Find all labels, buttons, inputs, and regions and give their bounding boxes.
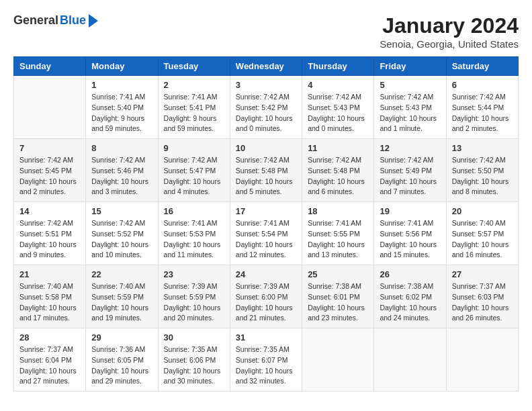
calendar-cell: 11Sunrise: 7:42 AM Sunset: 5:48 PM Dayli…	[302, 139, 374, 202]
page-header: General Blue January 2024 Senoia, Georgi…	[13, 13, 519, 50]
day-info: Sunrise: 7:41 AM Sunset: 5:54 PM Dayligh…	[236, 218, 296, 261]
calendar-cell: 12Sunrise: 7:42 AM Sunset: 5:49 PM Dayli…	[374, 139, 446, 202]
calendar-cell	[446, 328, 518, 392]
day-info: Sunrise: 7:42 AM Sunset: 5:47 PM Dayligh…	[164, 155, 224, 197]
calendar-week-row: 21Sunrise: 7:40 AM Sunset: 5:58 PM Dayli…	[14, 265, 519, 328]
day-number: 28	[19, 332, 80, 342]
day-number: 19	[380, 206, 440, 216]
calendar-cell: 25Sunrise: 7:38 AM Sunset: 6:01 PM Dayli…	[302, 265, 374, 328]
day-number: 21	[19, 269, 80, 279]
calendar-cell: 18Sunrise: 7:41 AM Sunset: 5:55 PM Dayli…	[302, 202, 374, 265]
day-number: 9	[164, 143, 224, 153]
calendar-cell: 7Sunrise: 7:42 AM Sunset: 5:45 PM Daylig…	[14, 139, 86, 202]
day-info: Sunrise: 7:40 AM Sunset: 5:58 PM Dayligh…	[19, 281, 80, 324]
day-info: Sunrise: 7:41 AM Sunset: 5:40 PM Dayligh…	[91, 92, 152, 134]
calendar-header-tuesday: Tuesday	[158, 57, 230, 76]
calendar-cell: 20Sunrise: 7:40 AM Sunset: 5:57 PM Dayli…	[446, 202, 518, 265]
day-number: 14	[19, 206, 80, 216]
day-number: 26	[380, 269, 440, 279]
day-info: Sunrise: 7:42 AM Sunset: 5:50 PM Dayligh…	[452, 155, 513, 197]
calendar-cell: 9Sunrise: 7:42 AM Sunset: 5:47 PM Daylig…	[158, 139, 230, 202]
calendar-cell: 26Sunrise: 7:38 AM Sunset: 6:02 PM Dayli…	[374, 265, 446, 328]
page-title: January 2024	[380, 13, 519, 38]
day-number: 27	[452, 269, 513, 279]
day-info: Sunrise: 7:42 AM Sunset: 5:48 PM Dayligh…	[308, 155, 368, 197]
day-info: Sunrise: 7:35 AM Sunset: 6:07 PM Dayligh…	[236, 345, 296, 387]
calendar-week-row: 14Sunrise: 7:42 AM Sunset: 5:51 PM Dayli…	[14, 202, 519, 265]
day-info: Sunrise: 7:37 AM Sunset: 6:03 PM Dayligh…	[452, 281, 513, 324]
calendar-cell: 1Sunrise: 7:41 AM Sunset: 5:40 PM Daylig…	[86, 76, 158, 139]
day-number: 30	[164, 332, 224, 342]
day-number: 17	[236, 206, 296, 216]
calendar-cell: 4Sunrise: 7:42 AM Sunset: 5:43 PM Daylig…	[302, 76, 374, 139]
calendar-header-saturday: Saturday	[446, 57, 518, 76]
day-info: Sunrise: 7:41 AM Sunset: 5:56 PM Dayligh…	[380, 218, 440, 261]
day-number: 18	[308, 206, 368, 216]
day-info: Sunrise: 7:42 AM Sunset: 5:48 PM Dayligh…	[236, 155, 296, 197]
calendar-cell: 5Sunrise: 7:42 AM Sunset: 5:43 PM Daylig…	[374, 76, 446, 139]
day-number: 11	[308, 143, 368, 153]
day-number: 6	[452, 80, 513, 90]
day-number: 2	[164, 80, 224, 90]
calendar-cell: 22Sunrise: 7:40 AM Sunset: 5:59 PM Dayli…	[86, 265, 158, 328]
day-info: Sunrise: 7:42 AM Sunset: 5:46 PM Dayligh…	[91, 155, 152, 197]
day-number: 10	[236, 143, 296, 153]
calendar-cell: 14Sunrise: 7:42 AM Sunset: 5:51 PM Dayli…	[14, 202, 86, 265]
day-info: Sunrise: 7:39 AM Sunset: 6:00 PM Dayligh…	[236, 281, 296, 324]
calendar-week-row: 1Sunrise: 7:41 AM Sunset: 5:40 PM Daylig…	[14, 76, 519, 139]
day-info: Sunrise: 7:42 AM Sunset: 5:52 PM Dayligh…	[91, 218, 152, 261]
logo: General Blue	[13, 13, 98, 28]
calendar-cell: 27Sunrise: 7:37 AM Sunset: 6:03 PM Dayli…	[446, 265, 518, 328]
calendar-cell: 3Sunrise: 7:42 AM Sunset: 5:42 PM Daylig…	[230, 76, 302, 139]
calendar-cell: 24Sunrise: 7:39 AM Sunset: 6:00 PM Dayli…	[230, 265, 302, 328]
day-number: 23	[164, 269, 224, 279]
day-info: Sunrise: 7:42 AM Sunset: 5:42 PM Dayligh…	[236, 92, 296, 134]
day-number: 1	[91, 80, 152, 90]
day-number: 31	[236, 332, 296, 342]
calendar-week-row: 7Sunrise: 7:42 AM Sunset: 5:45 PM Daylig…	[14, 139, 519, 202]
calendar-header-sunday: Sunday	[14, 57, 86, 76]
day-number: 16	[164, 206, 224, 216]
day-number: 15	[91, 206, 152, 216]
day-info: Sunrise: 7:41 AM Sunset: 5:53 PM Dayligh…	[164, 218, 224, 261]
calendar-header: SundayMondayTuesdayWednesdayThursdayFrid…	[14, 57, 519, 76]
logo-general-text: General	[13, 13, 58, 28]
title-block: January 2024 Senoia, Georgia, United Sta…	[380, 13, 519, 50]
calendar-cell: 8Sunrise: 7:42 AM Sunset: 5:46 PM Daylig…	[86, 139, 158, 202]
calendar-cell	[14, 76, 86, 139]
day-number: 29	[91, 332, 152, 342]
day-number: 3	[236, 80, 296, 90]
calendar-cell: 28Sunrise: 7:37 AM Sunset: 6:04 PM Dayli…	[14, 328, 86, 392]
day-info: Sunrise: 7:41 AM Sunset: 5:55 PM Dayligh…	[308, 218, 368, 261]
day-number: 12	[380, 143, 440, 153]
day-number: 24	[236, 269, 296, 279]
day-info: Sunrise: 7:40 AM Sunset: 5:59 PM Dayligh…	[91, 281, 152, 324]
day-number: 5	[380, 80, 440, 90]
calendar-cell: 23Sunrise: 7:39 AM Sunset: 5:59 PM Dayli…	[158, 265, 230, 328]
calendar-cell: 13Sunrise: 7:42 AM Sunset: 5:50 PM Dayli…	[446, 139, 518, 202]
day-number: 8	[91, 143, 152, 153]
calendar-header-thursday: Thursday	[302, 57, 374, 76]
calendar-cell	[302, 328, 374, 392]
calendar-cell: 17Sunrise: 7:41 AM Sunset: 5:54 PM Dayli…	[230, 202, 302, 265]
page-subtitle: Senoia, Georgia, United States	[380, 38, 519, 50]
day-info: Sunrise: 7:36 AM Sunset: 6:05 PM Dayligh…	[91, 345, 152, 387]
calendar-week-row: 28Sunrise: 7:37 AM Sunset: 6:04 PM Dayli…	[14, 328, 519, 392]
day-info: Sunrise: 7:39 AM Sunset: 5:59 PM Dayligh…	[164, 281, 224, 324]
calendar-header-friday: Friday	[374, 57, 446, 76]
day-number: 13	[452, 143, 513, 153]
day-info: Sunrise: 7:35 AM Sunset: 6:06 PM Dayligh…	[164, 345, 224, 387]
calendar-cell: 16Sunrise: 7:41 AM Sunset: 5:53 PM Dayli…	[158, 202, 230, 265]
calendar-cell: 2Sunrise: 7:41 AM Sunset: 5:41 PM Daylig…	[158, 76, 230, 139]
day-info: Sunrise: 7:38 AM Sunset: 6:02 PM Dayligh…	[380, 281, 440, 324]
day-info: Sunrise: 7:42 AM Sunset: 5:43 PM Dayligh…	[380, 92, 440, 134]
day-info: Sunrise: 7:40 AM Sunset: 5:57 PM Dayligh…	[452, 218, 513, 261]
calendar-cell: 21Sunrise: 7:40 AM Sunset: 5:58 PM Dayli…	[14, 265, 86, 328]
day-info: Sunrise: 7:37 AM Sunset: 6:04 PM Dayligh…	[19, 345, 80, 387]
calendar-body: 1Sunrise: 7:41 AM Sunset: 5:40 PM Daylig…	[14, 76, 519, 392]
day-info: Sunrise: 7:42 AM Sunset: 5:51 PM Dayligh…	[19, 218, 80, 261]
day-number: 4	[308, 80, 368, 90]
calendar-cell: 19Sunrise: 7:41 AM Sunset: 5:56 PM Dayli…	[374, 202, 446, 265]
header-row: SundayMondayTuesdayWednesdayThursdayFrid…	[14, 57, 519, 76]
logo-arrow-icon	[89, 14, 98, 28]
